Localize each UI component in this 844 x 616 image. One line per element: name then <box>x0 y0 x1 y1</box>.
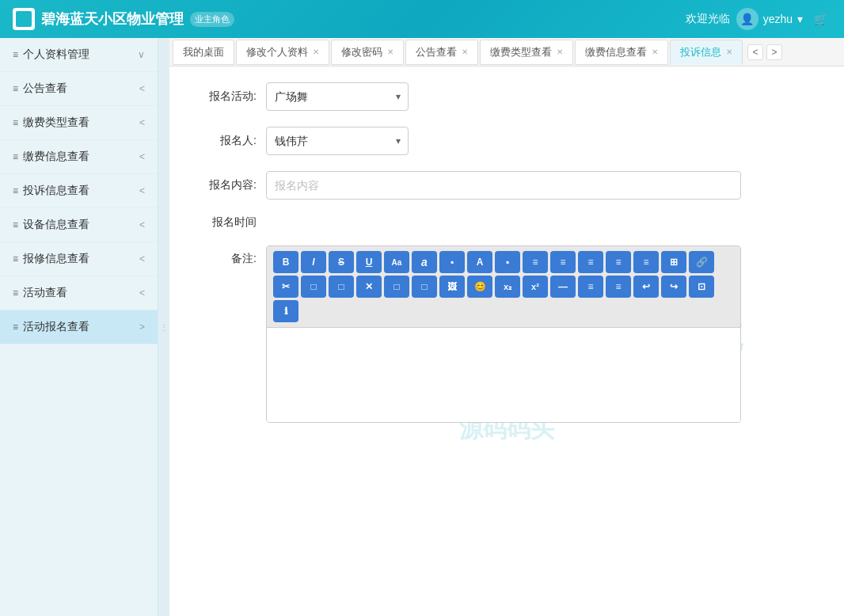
logo-icon <box>13 8 35 30</box>
person-select[interactable]: 钱伟芹 <box>266 127 409 155</box>
username-label: yezhu <box>763 13 793 25</box>
toolbar-indent[interactable]: □ <box>412 276 437 298</box>
toolbar-font-color[interactable]: a <box>412 251 437 273</box>
sidebar-label-notice: 公告查看 <box>23 82 67 96</box>
tab-change-password-close[interactable]: ✕ <box>387 48 393 56</box>
toolbar-highlight[interactable]: ▪ <box>439 251 465 273</box>
sidebar-item-fee-type[interactable]: ≡ 缴费类型查看 < <box>0 106 158 140</box>
sidebar-arrow-device: < <box>139 219 145 230</box>
tab-fee-type[interactable]: 缴费类型查看 ✕ <box>480 40 573 65</box>
toolbar-align-justify[interactable]: ≡ <box>606 251 631 273</box>
toolbar-unordered-list[interactable]: ≡ <box>606 276 631 298</box>
sidebar-icon-fee-info: ≡ <box>13 151 18 162</box>
sidebar-arrow-fee-type: < <box>139 117 145 128</box>
tab-fee-info-label: 缴费信息查看 <box>585 45 647 59</box>
sidebar-resize-handle[interactable]: ⋮ <box>158 38 169 616</box>
toolbar-close2[interactable]: ✕ <box>356 276 382 298</box>
toolbar-undo[interactable]: ↩ <box>633 276 659 298</box>
header-right: 欢迎光临 👤 yezhu ▾ 🛒 <box>686 8 831 30</box>
sidebar-arrow-notice: < <box>139 83 145 94</box>
sidebar-label-activity: 活动查看 <box>23 286 67 300</box>
form-row-activity: 报名活动: 广场舞 ▾ <box>193 82 820 111</box>
registration-form: 报名活动: 广场舞 ▾ 报名人: <box>193 82 820 423</box>
content-input[interactable] <box>266 171 741 200</box>
toolbar-italic[interactable]: I <box>301 251 326 273</box>
tab-edit-profile[interactable]: 修改个人资料 ✕ <box>236 40 329 65</box>
sidebar-arrow-fee-info: < <box>139 151 145 162</box>
tab-notice-label: 公告查看 <box>416 45 457 59</box>
cart-button[interactable]: 🛒 <box>809 8 831 30</box>
sidebar-icon-personal: ≡ <box>13 49 18 60</box>
tab-edit-profile-close[interactable]: ✕ <box>313 48 319 56</box>
sidebar-label-activity-reg: 活动报名查看 <box>23 320 89 334</box>
toolbar-link[interactable]: 🔗 <box>689 251 714 273</box>
tab-fee-info-close[interactable]: ✕ <box>652 48 658 56</box>
toolbar-box2[interactable]: □ <box>329 276 354 298</box>
toolbar-underline[interactable]: U <box>356 251 382 273</box>
sidebar-item-activity-reg[interactable]: ≡ 活动报名查看 > <box>0 310 158 344</box>
activity-label: 报名活动: <box>193 89 257 104</box>
toolbar-font-size[interactable]: Aa <box>384 251 409 273</box>
sidebar-icon-notice: ≡ <box>13 83 18 94</box>
user-menu[interactable]: 👤 yezhu ▾ <box>736 8 803 30</box>
app-title: 碧海蓝天小区物业管理 <box>41 10 184 29</box>
sidebar-item-complaint[interactable]: ≡ 投诉信息查看 < <box>0 174 158 208</box>
dropdown-icon: ▾ <box>797 13 803 25</box>
toolbar-font-family[interactable]: A <box>467 251 492 273</box>
sidebar-arrow-activity-reg: > <box>139 321 145 333</box>
tab-desktop[interactable]: 我的桌面 <box>173 40 234 65</box>
toolbar-box1[interactable]: □ <box>301 276 326 298</box>
sidebar-item-fee-info[interactable]: ≡ 缴费信息查看 < <box>0 140 158 174</box>
sidebar-icon-repair: ≡ <box>13 253 18 264</box>
toolbar-hr[interactable]: — <box>550 276 576 298</box>
toolbar-superscript[interactable]: x² <box>523 276 548 298</box>
toolbar-subscript[interactable]: x₂ <box>495 276 520 298</box>
sidebar-item-personal[interactable]: ≡ 个人资料管理 ∨ <box>0 38 158 72</box>
toolbar-fullscreen[interactable]: ⊡ <box>689 276 714 298</box>
sidebar-label-repair: 报修信息查看 <box>23 252 89 266</box>
sidebar-item-device[interactable]: ≡ 设备信息查看 < <box>0 208 158 242</box>
rich-text-editor: B I S U Aa a ▪ A ▪ ≡ ≡ ≡ <box>266 245 741 423</box>
tabs-prev-button[interactable]: < <box>747 44 763 60</box>
tab-change-password-label: 修改密码 <box>341 45 382 59</box>
sidebar-item-notice[interactable]: ≡ 公告查看 < <box>0 72 158 106</box>
sidebar-item-repair[interactable]: ≡ 报修信息查看 < <box>0 242 158 276</box>
toolbar-list[interactable]: ≡ <box>633 251 659 273</box>
tabs-navigation: < > <box>747 44 782 60</box>
sidebar-label-fee-info: 缴费信息查看 <box>23 150 89 164</box>
toolbar-align-center[interactable]: ≡ <box>550 251 576 273</box>
toolbar-help[interactable]: ℹ <box>273 300 298 322</box>
tab-fee-type-close[interactable]: ✕ <box>557 48 563 56</box>
tabs-next-button[interactable]: > <box>766 44 782 60</box>
toolbar-bold[interactable]: B <box>273 251 298 273</box>
toolbar-image[interactable]: 🖼 <box>439 276 465 298</box>
sidebar-label-fee-type: 缴费类型查看 <box>23 116 89 130</box>
tab-fee-type-label: 缴费类型查看 <box>490 45 552 59</box>
sidebar-item-activity[interactable]: ≡ 活动查看 < <box>0 276 158 310</box>
tab-notice-close[interactable]: ✕ <box>462 48 468 56</box>
main-content: SSM在线小区物业智慧管理系统 https://www.icodedock.co… <box>169 67 844 616</box>
toolbar-emoji[interactable]: 😊 <box>467 276 492 298</box>
person-select-wrapper: 钱伟芹 ▾ <box>266 127 409 155</box>
tab-complaint-close[interactable]: ✕ <box>726 48 732 56</box>
toolbar-scissors[interactable]: ✂ <box>273 276 298 298</box>
header: 碧海蓝天小区物业管理 业主角色 欢迎光临 👤 yezhu ▾ 🛒 <box>0 0 844 38</box>
toolbar-redo[interactable]: ↪ <box>661 276 686 298</box>
toolbar-table[interactable]: ⊞ <box>661 251 686 273</box>
toolbar-box3[interactable]: □ <box>384 276 409 298</box>
editor-content-area[interactable] <box>267 327 740 422</box>
toolbar-strikethrough[interactable]: S <box>329 251 354 273</box>
form-row-content: 报名内容: <box>193 171 820 200</box>
toolbar-align-left[interactable]: ≡ <box>523 251 548 273</box>
sidebar-arrow-activity: < <box>139 287 145 298</box>
toolbar-char[interactable]: ▪ <box>495 251 520 273</box>
form-row-person: 报名人: 钱伟芹 ▾ <box>193 127 820 155</box>
tab-fee-info[interactable]: 缴费信息查看 ✕ <box>575 40 668 65</box>
toolbar-align-right[interactable]: ≡ <box>578 251 603 273</box>
tab-notice[interactable]: 公告查看 ✕ <box>405 40 478 65</box>
tab-change-password[interactable]: 修改密码 ✕ <box>331 40 404 65</box>
toolbar-ordered-list[interactable]: ≡ <box>578 276 603 298</box>
activity-select[interactable]: 广场舞 <box>266 82 409 111</box>
tab-complaint[interactable]: 投诉信息 ✕ <box>670 40 743 65</box>
person-label: 报名人: <box>193 134 257 148</box>
